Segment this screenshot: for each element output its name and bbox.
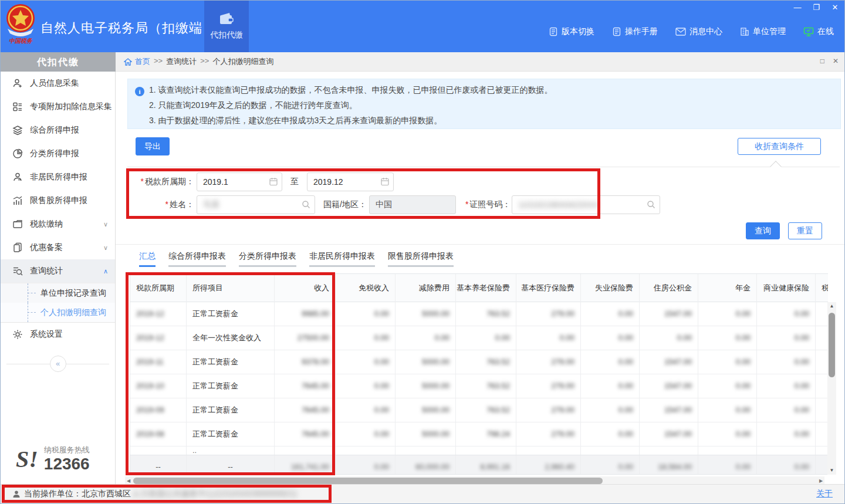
table-cell: 0.00 [757,302,816,326]
sidebar-item-7[interactable]: 税款缴纳∨ [1,212,115,236]
collapse-query-button[interactable]: 收折查询条件 [738,138,821,155]
sidebar-item-6[interactable]: 限售股所得申报 [1,189,115,212]
sidebar-item-5[interactable]: 非居民所得申报 [1,165,115,189]
tab-5[interactable]: 限售股所得申报表 [388,251,454,267]
name-input[interactable]: 马某 [197,195,315,214]
sidebar-subitem-[interactable]: 单位申报记录查询 [1,283,115,303]
header-menu-item-1[interactable]: 版本切换 [549,26,594,37]
vertical-scroll-thumb[interactable] [829,313,835,377]
notice-line: 1. 该查询统计表仅能查询已申报成功的数据，不包含未申报、申报失败，已申报但已作… [149,85,833,96]
period-to-input[interactable]: 2019.12 [307,172,394,191]
info-icon: i [135,87,144,96]
header-menu-item-3[interactable]: 消息中心 [675,26,722,37]
close-icon[interactable]: ✕ [830,3,840,12]
scroll-down-icon[interactable]: ▼ [827,466,836,475]
calendar-icon [381,177,389,186]
breadcrumb-home[interactable]: 首页 [124,56,150,67]
sidebar-item-1[interactable]: 人员信息采集 [1,72,115,95]
table-cell: 1547.00 [640,374,698,398]
sidebar-subitem-active[interactable]: 个人扣缴明细查询 [1,303,115,322]
table-cell: 9378.00 [275,350,336,374]
table-cell: 763.52 [456,374,516,398]
table-row-partial: .. [130,447,828,455]
table-cell: .. [187,447,275,455]
breadcrumb-item[interactable]: 查询统计 [166,56,197,67]
table-cell [516,447,581,455]
nav-tab-withholding[interactable]: 代扣代缴 [204,1,249,52]
horizontal-scrollbar[interactable]: ◀ ▶ [125,476,824,484]
table-cell [816,422,828,446]
sidebar-item-8[interactable]: 优惠备案∨ [1,236,115,259]
person-icon [12,172,23,182]
search-button[interactable]: 查询 [746,222,780,239]
table-cell: 1547.00 [640,350,698,374]
table-cell: 正常工资薪金 [187,302,275,326]
scroll-right-icon[interactable]: ▶ [817,476,824,484]
name-label: *姓名： [131,199,194,210]
about-link[interactable]: 关于 [816,489,833,499]
search-icon[interactable] [302,200,310,209]
chevron-down-icon: ∨ [103,221,108,228]
scroll-up-icon[interactable]: ▲ [827,302,836,310]
tab-4[interactable]: 非居民所得申报表 [309,251,375,267]
sidebar-item-10[interactable]: 系统设置 [1,323,115,346]
table-cell: 0.00 [336,398,396,422]
breadcrumb-separator: >> [200,56,209,67]
header-menu-label: 消息中心 [689,26,722,37]
sidebar-item-label: 优惠备案 [30,242,96,253]
scroll-left-icon[interactable]: ◀ [125,476,132,484]
sidebar-item-3[interactable]: 综合所得申报 [1,119,115,142]
reset-button[interactable]: 重置 [788,222,822,239]
table-cell: 0.00 [698,350,757,374]
column-header: 税 [816,274,828,302]
table-cell: 0.00 [640,326,698,350]
vertical-scrollbar[interactable]: ▲ ▼ [827,302,836,475]
sidebar-item-9[interactable]: 查询统计∧ [1,259,115,283]
search-icon[interactable] [647,200,655,209]
export-button[interactable]: 导出 [136,137,170,155]
table-cell: 5000.00 [396,422,456,446]
table-cell: 279.00 [516,374,581,398]
table-cell: 0.00 [757,398,816,422]
tab-2[interactable]: 综合所得申报表 [168,251,226,267]
sidebar-header: 代扣代缴 [1,52,116,72]
table-cell: 1547.00 [640,422,698,446]
column-header: 减除费用 [396,274,456,302]
period-from-input[interactable]: 2019.1 [197,172,282,191]
app-header: 中国税务 自然人电子税务局（扣缴端） 代扣代缴 — ❐ ✕ 版本切换操作手册消息… [1,1,844,52]
sidebar-collapse-row: « [1,356,115,373]
id-number-input[interactable]: 110102199X04220XX [512,195,660,214]
table-cell: 0.00 [581,422,640,446]
table-cell: 1547.00 [640,302,698,326]
header-menu-item-5[interactable]: 在线 [803,26,834,37]
minimize-icon[interactable]: — [793,3,802,12]
person-add-icon [12,78,23,89]
table-cell: 279.00 [516,398,581,422]
header-menu-item-2[interactable]: 操作手册 [612,26,658,37]
hotline-label: 纳税服务热线 [44,445,90,455]
table-cell: 27500.00 [275,326,336,350]
sidebar-item-4[interactable]: 分类所得申报 [1,142,115,165]
breadcrumb-item[interactable]: 个人扣缴明细查询 [212,56,273,67]
hotline-number: 12366 [44,455,90,473]
sidebar: 人员信息采集专项附加扣除信息采集综合所得申报分类所得申报非居民所得申报限售股所得… [1,72,116,484]
table-cell: 7645.00 [275,422,336,446]
table-cell: 763.52 [456,398,516,422]
result-table: 税款所属期所得项目收入免税收入减除费用基本养老保险费基本医疗保险费失业保险费住房… [130,273,828,475]
restore-icon[interactable]: ❐ [812,3,821,12]
sidebar-collapse-button[interactable]: « [50,356,66,372]
panel-restore-icon[interactable]: □ [820,57,824,65]
table-cell: 0.00 [698,398,757,422]
tab-1[interactable]: 汇总 [139,251,156,267]
tab-3[interactable]: 分类所得申报表 [239,251,296,267]
table-cell: 0.00 [698,455,757,475]
copy-icon [12,242,23,253]
header-menu-item-4[interactable]: 单位管理 [740,26,786,37]
sidebar-item-label: 限售股所得申报 [30,195,108,206]
horizontal-scroll-thumb[interactable] [133,478,603,484]
panel-close-icon[interactable]: ✕ [833,57,839,65]
table-row: 2019-10正常工资薪金7645.000.005000.00763.52279… [130,374,828,398]
table-cell [640,447,698,455]
app-window: 中国税务 自然人电子税务局（扣缴端） 代扣代缴 — ❐ ✕ 版本切换操作手册消息… [0,0,845,504]
sidebar-item-2[interactable]: 专项附加扣除信息采集 [1,95,115,119]
